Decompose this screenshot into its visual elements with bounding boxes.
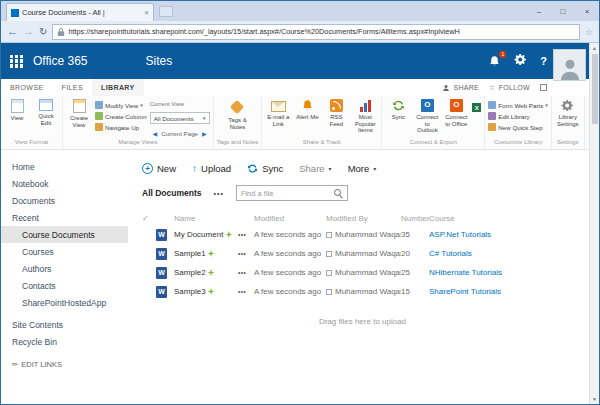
document-name-link[interactable]: Sample2 [174, 268, 206, 277]
forward-icon[interactable]: → [23, 26, 34, 37]
library-settings-button[interactable]: Library Settings [555, 99, 581, 127]
row-menu-ellipsis[interactable]: ••• [238, 231, 254, 238]
edit-library-button[interactable]: Edit Library [488, 112, 547, 120]
sync-button-ribbon[interactable]: Sync [385, 99, 411, 121]
new-button[interactable]: + New [142, 163, 176, 174]
sidebar-item-site-contents[interactable]: Site Contents [1, 316, 128, 333]
sidebar-item-documents[interactable]: Documents [1, 192, 128, 209]
modified-by-value[interactable]: Muhammad Waqas [335, 287, 401, 296]
form-web-parts-button[interactable]: Form Web Parts ▾ [488, 101, 547, 109]
select-all-checkbox[interactable]: ✓ [142, 214, 156, 223]
modified-by-value[interactable]: Muhammad Waqas [335, 268, 401, 277]
tab-files[interactable]: FILES [53, 79, 92, 96]
ribbon-group-connect-export: Sync O Connect to Outlook O Connect to O… [382, 96, 485, 149]
scrollbar-thumb[interactable] [592, 54, 598, 124]
user-avatar[interactable] [553, 49, 586, 81]
rss-feed-button[interactable]: RSS Feed [323, 99, 349, 127]
course-link[interactable]: SharePoint Tutorials [429, 287, 583, 296]
close-button[interactable]: × [575, 1, 599, 21]
sidebar-item-home[interactable]: Home [1, 158, 128, 175]
sidebar-item-recent[interactable]: Recent [1, 209, 128, 226]
office365-brand[interactable]: Office 365 [33, 54, 87, 68]
next-page-icon[interactable]: ▶ [202, 130, 207, 137]
table-row[interactable]: W My Document ••• A few seconds ago Muha… [142, 225, 583, 244]
row-menu-ellipsis[interactable]: ••• [238, 269, 254, 276]
url-field[interactable]: https://sharepointtutorials.sharepoint.c… [52, 24, 580, 40]
connect-to-outlook-button[interactable]: O Connect to Outlook [414, 99, 440, 134]
current-view-all-documents[interactable]: All Documents [142, 188, 202, 198]
maximize-button[interactable]: □ [551, 1, 575, 21]
scroll-up-icon[interactable]: ▲ [590, 43, 599, 53]
tab-close-icon[interactable]: × [144, 8, 149, 17]
row-menu-ellipsis[interactable]: ••• [238, 288, 254, 295]
new-tab-button[interactable] [159, 6, 173, 17]
previous-page-icon[interactable]: ◀ [153, 130, 158, 137]
tab-library[interactable]: LIBRARY [92, 79, 144, 96]
number-column-header[interactable]: Number [401, 214, 429, 223]
sidebar-item-authors[interactable]: Authors [1, 260, 128, 277]
back-icon[interactable]: ← [7, 26, 18, 37]
row-menu-ellipsis[interactable]: ••• [238, 250, 254, 257]
sites-link[interactable]: Sites [145, 54, 172, 68]
modified-by-value[interactable]: Muhammad Waqas [335, 230, 401, 239]
email-link-button[interactable]: E-mail a Link [265, 99, 291, 127]
tags-notes-button[interactable]: Tags & Notes [224, 99, 250, 130]
table-row[interactable]: W Sample2 ••• A few seconds ago Muhammad… [142, 263, 583, 282]
table-row[interactable]: W Sample1 ••• A few seconds ago Muhammad… [142, 244, 583, 263]
sidebar-item-sharepointhostedapp[interactable]: SharePointHostedApp [1, 294, 128, 311]
browser-tab[interactable]: Course Documents - All | × [6, 3, 154, 21]
more-button[interactable]: More ▾ [348, 163, 377, 174]
minimize-button[interactable]: – [527, 1, 551, 21]
sidebar-item-recycle-bin[interactable]: Recycle Bin [1, 333, 128, 350]
sync-button[interactable]: Sync [247, 163, 283, 174]
sidebar-item-notebook[interactable]: Notebook [1, 175, 128, 192]
quick-edit-button[interactable]: Quick Edit [33, 99, 59, 126]
name-column-header[interactable]: Name [174, 214, 238, 223]
course-link[interactable]: ASP.Net Tutorials [429, 230, 583, 239]
view-selector-dropdown[interactable]: All Documents ▾ [150, 112, 210, 124]
vertical-scrollbar[interactable]: ▲ ▼ [589, 43, 599, 404]
search-icon[interactable] [334, 189, 343, 198]
tab-browse[interactable]: BROWSE [1, 79, 53, 96]
document-name-link[interactable]: My Document [174, 230, 223, 239]
settings-gear-icon[interactable] [514, 52, 527, 70]
navigate-up-button[interactable]: Navigate Up [95, 123, 147, 131]
follow-action[interactable]: ☆ FOLLOW [489, 84, 530, 92]
favorites-star-icon[interactable]: ☆ [585, 27, 593, 37]
document-name-link[interactable]: Sample3 [174, 287, 206, 296]
alert-me-button[interactable]: Alert Me [294, 99, 320, 121]
connect-to-office-button[interactable]: O Connect to Office [443, 99, 469, 127]
sidebar-item-course-documents[interactable]: Course Documents [1, 226, 128, 243]
focus-on-content-icon[interactable] [540, 84, 547, 91]
create-view-button[interactable]: Create View [66, 99, 92, 128]
scroll-down-icon[interactable]: ▼ [590, 394, 599, 404]
document-name-link[interactable]: Sample1 [174, 249, 206, 258]
share-button[interactable]: Share ▾ [299, 163, 331, 174]
most-popular-items-button[interactable]: Most Popular Items [352, 99, 378, 134]
refresh-icon[interactable]: ↻ [39, 27, 47, 37]
view-menu-ellipsis[interactable]: ••• [214, 190, 224, 197]
modified-by-column-header[interactable]: Modified By [326, 214, 401, 223]
modify-view-button[interactable]: Modify View ▾ [95, 101, 147, 109]
sidebar-item-courses[interactable]: Courses [1, 243, 128, 260]
word-document-icon: W [156, 267, 167, 279]
course-column-header[interactable]: Course [429, 214, 583, 223]
app-launcher-waffle-icon[interactable] [10, 55, 23, 68]
create-column-button[interactable]: Create Column [95, 112, 147, 120]
share-action[interactable]: SHARE [442, 84, 479, 92]
sidebar-item-contacts[interactable]: Contacts [1, 277, 128, 294]
modified-column-header[interactable]: Modified [254, 214, 326, 223]
notifications-bell-icon[interactable]: 1 [488, 55, 501, 68]
search-input[interactable] [241, 189, 331, 198]
export-to-excel-icon[interactable]: X [472, 103, 481, 112]
course-link[interactable]: NHibernate Tutorials [429, 268, 583, 277]
upload-button[interactable]: ↑ Upload [192, 163, 231, 174]
table-row[interactable]: W Sample3 ••• A few seconds ago Muhammad… [142, 282, 583, 301]
help-icon[interactable]: ? [540, 55, 547, 67]
modified-by-value[interactable]: Muhammad Waqas [335, 249, 401, 258]
edit-links-button[interactable]: ✏ EDIT LINKS [1, 360, 128, 369]
course-link[interactable]: C# Tutorials [429, 249, 583, 258]
new-quick-step-button[interactable]: New Quick Step [488, 123, 547, 131]
new-badge-icon [208, 288, 215, 295]
view-button[interactable]: View [4, 99, 30, 122]
